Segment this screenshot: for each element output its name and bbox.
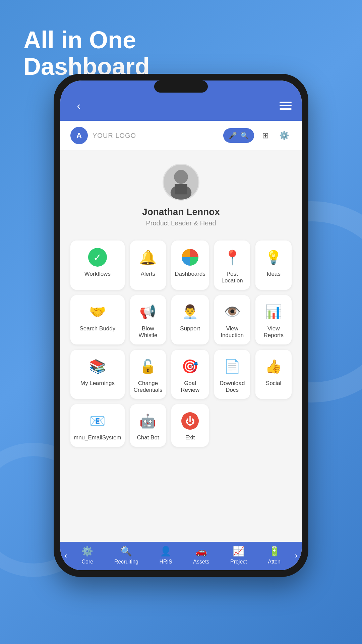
hris-label: HRIS — [160, 559, 172, 565]
ideas-label: Ideas — [266, 271, 281, 277]
workflows-label: Workflows — [84, 271, 111, 277]
bottom-nav-hris[interactable]: 👤 HRIS — [160, 546, 172, 565]
menu-item-dashboards[interactable]: Dashboards — [171, 240, 209, 290]
view-induction-label: View Induction — [218, 325, 247, 339]
settings-button[interactable]: ⚙️ — [277, 128, 292, 143]
menu-item-alerts[interactable]: 🔔 Alerts — [130, 240, 166, 290]
blow-whistle-label: Blow Whistle — [133, 325, 163, 339]
search-pill[interactable]: 🎤 🔍 — [223, 128, 254, 143]
view-reports-label: View Reports — [259, 325, 288, 339]
my-learnings-label: My Learnings — [80, 380, 115, 387]
bottom-nav-project[interactable]: 📈 Project — [230, 546, 247, 565]
menu-item-social[interactable]: 👍 Social — [255, 350, 292, 399]
download-docs-label: Download Docs — [218, 380, 247, 394]
logo-bar: A YOUR LOGO 🎤 🔍 ⊞ ⚙️ — [60, 121, 302, 150]
logo-left: A YOUR LOGO — [70, 127, 136, 144]
assets-icon: 🚗 — [195, 546, 207, 557]
menu-item-view-reports[interactable]: 📊 View Reports — [255, 295, 292, 344]
menu-item-exit[interactable]: ⏻ Exit — [171, 404, 209, 446]
menu-item-goal-review[interactable]: 🎯 Goal Review — [171, 350, 209, 399]
workflows-icon: ✓ — [87, 247, 108, 267]
content-area: Jonathan Lennox Product Leader & Head ✓ … — [60, 150, 302, 542]
project-label: Project — [230, 559, 247, 565]
search-buddy-label: Search Buddy — [79, 325, 115, 332]
phone-frame: ‹ A YOUR LOGO 🎤 🔍 ⊞ ⚙️ — [54, 74, 308, 577]
view-induction-icon: 👁️ — [222, 302, 242, 322]
avatar — [163, 164, 199, 201]
email-system-label: mnu_EmailSystem — [74, 434, 121, 441]
menu-item-search-buddy[interactable]: 🤝 Search Buddy — [70, 295, 125, 344]
blow-whistle-icon: 📢 — [138, 302, 158, 322]
back-button[interactable]: ‹ — [70, 97, 87, 114]
pie-chart-icon — [181, 248, 199, 266]
dashboards-icon — [180, 247, 200, 267]
assets-label: Assets — [193, 559, 209, 565]
project-icon: 📈 — [233, 546, 244, 557]
change-credentials-label: Change Credentials — [133, 380, 163, 394]
menu-item-support[interactable]: 👨‍💼 Support — [171, 295, 209, 344]
menu-item-email-system[interactable]: 📧 mnu_EmailSystem — [70, 404, 125, 446]
post-location-icon: 📍 — [222, 247, 242, 267]
atten-label: Atten — [268, 559, 280, 565]
my-learnings-icon: 📚 — [87, 357, 108, 377]
email-system-icon: 📧 — [87, 411, 108, 431]
ideas-icon: 💡 — [263, 247, 284, 267]
alerts-label: Alerts — [141, 271, 155, 277]
support-icon: 👨‍💼 — [180, 302, 200, 322]
social-label: Social — [266, 380, 281, 387]
bottom-nav-recruiting[interactable]: 🔍 Recruiting — [114, 546, 138, 565]
mic-icon[interactable]: 🎤 — [229, 131, 237, 140]
check-icon: ✓ — [88, 248, 107, 267]
goal-review-icon: 🎯 — [180, 357, 200, 377]
menu-item-view-induction[interactable]: 👁️ View Induction — [214, 295, 250, 344]
menu-grid: ✓ Workflows 🔔 Alerts — [70, 240, 292, 447]
header-section: All in One Dashboard — [23, 27, 149, 80]
prev-nav-arrow[interactable]: ‹ — [60, 551, 71, 560]
menu-item-ideas[interactable]: 💡 Ideas — [255, 240, 292, 290]
recruiting-label: Recruiting — [114, 559, 138, 565]
search-buddy-icon: 🤝 — [87, 302, 108, 322]
core-label: Core — [81, 559, 93, 565]
menu-item-download-docs[interactable]: 📄 Download Docs — [214, 350, 250, 399]
profile-section: Jonathan Lennox Product Leader & Head — [70, 164, 292, 227]
bottom-nav: ‹ ⚙️ Core 🔍 Recruiting 👤 HRIS 🚗 Assets — [60, 542, 302, 570]
view-reports-icon: 📊 — [263, 302, 284, 322]
download-docs-icon: 📄 — [222, 357, 242, 377]
chat-bot-icon: 🤖 — [138, 411, 158, 431]
header-title-line1: All in One — [23, 26, 136, 53]
bottom-nav-atten[interactable]: 🔋 Atten — [268, 546, 280, 565]
social-icon: 👍 — [263, 357, 284, 377]
profile-name: Jonathan Lennox — [142, 207, 220, 217]
menu-item-post-location[interactable]: 📍 Post Location — [214, 240, 250, 290]
menu-item-blow-whistle[interactable]: 📢 Blow Whistle — [130, 295, 166, 344]
next-nav-arrow[interactable]: › — [291, 551, 302, 560]
menu-item-workflows[interactable]: ✓ Workflows — [70, 240, 125, 290]
recruiting-icon: 🔍 — [120, 546, 132, 557]
alerts-icon: 🔔 — [138, 247, 158, 267]
bottom-nav-core[interactable]: ⚙️ Core — [81, 546, 93, 565]
menu-item-chat-bot[interactable]: 🤖 Chat Bot — [130, 404, 166, 446]
menu-button[interactable] — [280, 102, 292, 110]
atten-icon: 🔋 — [268, 546, 280, 557]
logo-right: 🎤 🔍 ⊞ ⚙️ — [223, 128, 292, 143]
core-icon: ⚙️ — [81, 546, 93, 557]
chat-bot-label: Chat Bot — [137, 434, 159, 441]
search-icon[interactable]: 🔍 — [240, 131, 249, 140]
support-label: Support — [180, 325, 200, 332]
bottom-nav-items: ⚙️ Core 🔍 Recruiting 👤 HRIS 🚗 Assets 📈 — [71, 546, 291, 565]
goal-review-label: Goal Review — [175, 380, 205, 394]
qr-button[interactable]: ⊞ — [258, 128, 273, 143]
profile-title: Product Leader & Head — [146, 219, 216, 227]
exit-label: Exit — [185, 434, 195, 441]
avatar-svg — [164, 165, 198, 200]
menu-item-my-learnings[interactable]: 📚 My Learnings — [70, 350, 125, 399]
menu-item-change-credentials[interactable]: 🔓 Change Credentials — [130, 350, 166, 399]
bottom-nav-assets[interactable]: 🚗 Assets — [193, 546, 209, 565]
logo-icon: A — [70, 127, 88, 144]
post-location-label: Post Location — [218, 271, 247, 284]
change-credentials-icon: 🔓 — [138, 357, 158, 377]
svg-point-1 — [174, 170, 188, 184]
hris-icon: 👤 — [160, 546, 172, 557]
dashboards-label: Dashboards — [175, 271, 205, 277]
logo-text: YOUR LOGO — [93, 132, 136, 140]
